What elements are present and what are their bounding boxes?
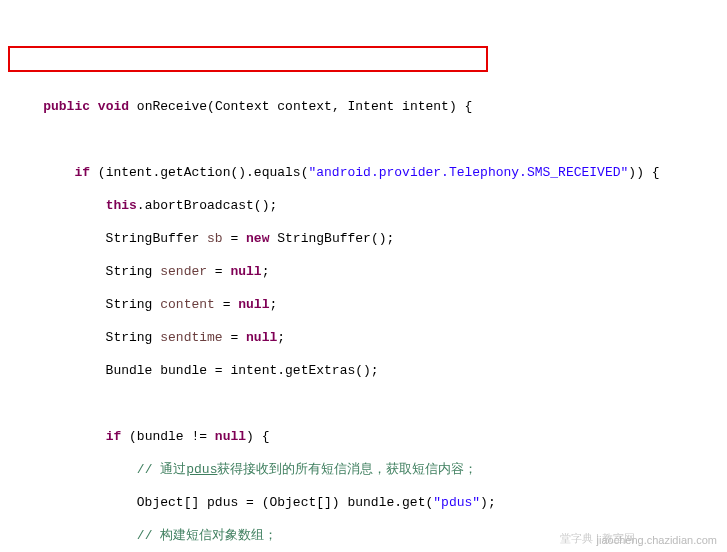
code-line: // 通过pdus获得接收到的所有短信消息，获取短信内容； bbox=[12, 461, 727, 479]
code-line: public void onReceive(Context context, I… bbox=[12, 98, 727, 116]
code-line: if (bundle != null) { bbox=[12, 428, 727, 446]
code-line: String content = null; bbox=[12, 296, 727, 314]
code-line: Bundle bundle = intent.getExtras(); bbox=[12, 362, 727, 380]
code-line: String sendtime = null; bbox=[12, 329, 727, 347]
watermark-url: jiaocheng.chazidian.com bbox=[597, 534, 717, 546]
code-line: if (intent.getAction().equals("android.p… bbox=[12, 164, 727, 182]
code-line: StringBuffer sb = new StringBuffer(); bbox=[12, 230, 727, 248]
code-line: this.abortBroadcast(); bbox=[12, 197, 727, 215]
code-line: String sender = null; bbox=[12, 263, 727, 281]
code-line bbox=[12, 395, 727, 413]
code-line bbox=[12, 131, 727, 149]
highlight-box bbox=[8, 46, 488, 72]
code-line: Object[] pdus = (Object[]) bundle.get("p… bbox=[12, 494, 727, 512]
